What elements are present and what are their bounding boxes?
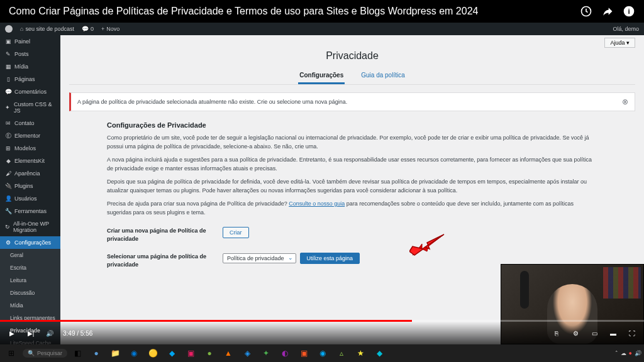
- menu-icon: ↻: [5, 224, 10, 230]
- comments-link[interactable]: 💬 0: [82, 26, 94, 32]
- menu-icon: Ⓔ: [5, 133, 11, 139]
- paragraph: A nova página incluirá ajuda e sugestões…: [107, 156, 597, 173]
- taskbar-search[interactable]: 🔍 Pesquisar: [23, 349, 67, 358]
- theater-icon[interactable]: ▬: [608, 327, 619, 339]
- menu-icon: ⚙: [5, 239, 11, 246]
- sidebar-item-elementskit[interactable]: ◆ElementsKit: [0, 155, 60, 167]
- chrome-icon[interactable]: 🟡: [144, 346, 162, 361]
- tab-guide[interactable]: Guia da política: [360, 68, 406, 84]
- app-icon[interactable]: ◉: [314, 346, 331, 361]
- explorer-icon[interactable]: 📁: [106, 346, 124, 361]
- start-button[interactable]: ⊞: [3, 346, 20, 361]
- app-icon[interactable]: ▣: [182, 346, 199, 361]
- submenu-item[interactable]: Leitura: [0, 274, 60, 287]
- menu-icon: 💬: [5, 89, 11, 95]
- next-icon[interactable]: ▶|: [25, 327, 36, 339]
- app-icon[interactable]: ◆: [370, 346, 388, 361]
- app-icon[interactable]: ◆: [163, 346, 180, 361]
- app-icon[interactable]: ●: [87, 346, 105, 361]
- wp-sidebar: ▣Painel✎Posts▦Mídia▯Páginas💬Comentários✦…: [0, 35, 60, 344]
- menu-icon: 👤: [5, 195, 11, 202]
- menu-icon: ▣: [5, 38, 11, 45]
- task-view-icon[interactable]: ◧: [69, 346, 86, 361]
- new-link[interactable]: + Novo: [101, 26, 119, 32]
- page-title: Privacidade: [69, 50, 635, 62]
- svg-text:i: i: [628, 7, 630, 15]
- windows-taskbar: ⊞ 🔍 Pesquisar ◧ ● 📁 ◉ 🟡 ◆ ▣ ● ▲ ◈ ✦ ◐ ▣ …: [0, 344, 644, 362]
- menu-icon: ✉: [5, 120, 11, 126]
- sidebar-item-painel[interactable]: ▣Painel: [0, 35, 60, 48]
- menu-icon: 🖌: [5, 170, 11, 177]
- sidebar-item-usuários[interactable]: 👤Usuários: [0, 192, 60, 205]
- paragraph: Precisa de ajuda para criar sua nova pág…: [107, 200, 597, 217]
- sidebar-item-ferramentas[interactable]: 🔧Ferramentas: [0, 205, 60, 217]
- fullscreen-icon[interactable]: ⛶: [626, 327, 638, 339]
- guide-link[interactable]: Consulte o nosso guia: [289, 200, 345, 207]
- menu-icon: ▯: [5, 76, 11, 82]
- app-icon[interactable]: ◐: [276, 346, 294, 361]
- submenu-item[interactable]: Geral: [0, 249, 60, 261]
- paragraph: Depois que sua página de política de pri…: [107, 178, 597, 195]
- settings-icon[interactable]: ⚙: [570, 327, 581, 339]
- edge-icon[interactable]: ◉: [125, 346, 143, 361]
- submenu-item[interactable]: Escrita: [0, 261, 60, 274]
- sidebar-item-páginas[interactable]: ▯Páginas: [0, 73, 60, 85]
- sidebar-item-comentários[interactable]: 💬Comentários: [0, 85, 60, 98]
- sidebar-item-configurações[interactable]: ⚙Configurações: [0, 236, 60, 249]
- create-label: Criar uma nova página de Política de pri…: [107, 227, 208, 243]
- share-icon[interactable]: [601, 5, 614, 18]
- miniplayer-icon[interactable]: ▭: [589, 327, 600, 339]
- info-icon[interactable]: i: [623, 5, 635, 18]
- sidebar-item-modelos[interactable]: ⊞Modelos: [0, 142, 60, 155]
- app-icon[interactable]: ✦: [257, 346, 275, 361]
- tray-icon[interactable]: ˄: [615, 350, 618, 356]
- sidebar-item-plugins[interactable]: 🔌Plugins: [0, 180, 60, 192]
- sidebar-item-posts[interactable]: ✎Posts: [0, 48, 60, 60]
- app-icon[interactable]: ●: [201, 346, 218, 361]
- menu-icon: ▦: [5, 63, 11, 70]
- menu-icon: ◆: [5, 158, 11, 164]
- create-button[interactable]: Criar: [223, 227, 249, 238]
- dismiss-icon[interactable]: ⊗: [622, 97, 628, 106]
- tray-icon[interactable]: ☁: [621, 350, 626, 356]
- menu-icon: 🔌: [5, 183, 11, 189]
- volume-icon[interactable]: 🔊: [44, 327, 55, 339]
- section-title: Configurações de Privacidade: [107, 121, 597, 129]
- app-icon[interactable]: ▵: [333, 346, 350, 361]
- sidebar-item-aparência[interactable]: 🖌Aparência: [0, 167, 60, 180]
- play-icon[interactable]: ▶: [6, 327, 18, 339]
- menu-icon: ✦: [5, 104, 11, 111]
- privacy-page-select[interactable]: Política de privacidade: [223, 253, 296, 263]
- video-title: Como Criar Páginas de Políticas de Priva…: [9, 6, 478, 17]
- app-icon[interactable]: ▣: [295, 346, 313, 361]
- wp-logo-icon[interactable]: [5, 25, 13, 33]
- menu-icon: ⊞: [5, 145, 11, 151]
- sidebar-item-mídia[interactable]: ▦Mídia: [0, 60, 60, 73]
- wp-adminbar: ⌂ seu site de podcast 💬 0 + Novo Olá, de…: [0, 23, 644, 35]
- submenu-item[interactable]: Discussão: [0, 287, 60, 299]
- sidebar-item-elementor[interactable]: ⒺElementor: [0, 129, 60, 142]
- greeting[interactable]: Olá, demo: [613, 26, 639, 32]
- use-page-button[interactable]: Utilize esta página: [300, 253, 360, 264]
- watch-later-icon[interactable]: [580, 5, 592, 18]
- paragraph: Como proprietário de um site, você pode …: [107, 134, 597, 151]
- select-label: Selecionar uma página de política de pri…: [107, 253, 208, 268]
- tray-icon[interactable]: 🔊: [635, 350, 641, 356]
- error-notice: A página de política de privacidade sele…: [69, 92, 635, 111]
- tray-icon[interactable]: ●: [629, 350, 632, 356]
- progress-bar[interactable]: [0, 320, 644, 322]
- time-display: 3:49 / 5:56: [63, 330, 92, 337]
- sidebar-item-all-in-one-wp-migration[interactable]: ↻All-in-One WP Migration: [0, 217, 60, 236]
- sidebar-item-custom-css-&-js[interactable]: ✦Custom CSS & JS: [0, 98, 60, 117]
- app-icon[interactable]: ▲: [219, 346, 237, 361]
- tab-settings[interactable]: Configurações: [298, 68, 345, 84]
- site-name-link[interactable]: ⌂ seu site de podcast: [20, 26, 74, 32]
- menu-icon: ✎: [5, 51, 11, 57]
- sidebar-item-contato[interactable]: ✉Contato: [0, 117, 60, 129]
- help-tab[interactable]: Ajuda ▾: [604, 38, 635, 48]
- cc-icon[interactable]: ⎘: [551, 327, 562, 339]
- app-icon[interactable]: ★: [352, 346, 369, 361]
- submenu-item[interactable]: Mídia: [0, 299, 60, 312]
- menu-icon: 🔧: [5, 208, 11, 214]
- app-icon[interactable]: ◈: [238, 346, 256, 361]
